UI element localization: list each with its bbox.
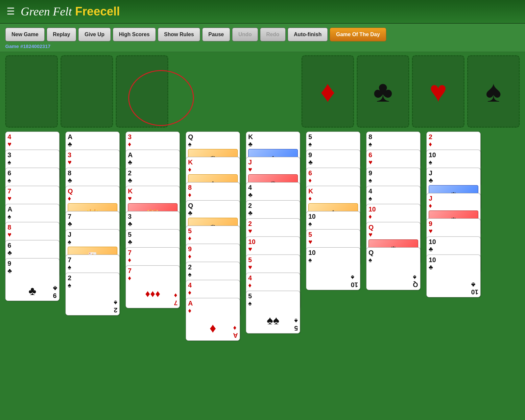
foundation-clubs[interactable]: ♣	[357, 55, 409, 128]
card[interactable]: 7♦ ♦♦♦ 7♦	[126, 265, 180, 308]
top-row: ♦ ♣ ♥ ♠	[5, 55, 520, 128]
column-8: 2♦ 10♠ J♣ ♛ J♦ ♛ 9♥ 10♣ 10♣ 10♣	[426, 132, 484, 362]
replay-button[interactable]: Replay	[47, 28, 76, 41]
new-game-button[interactable]: New Game	[5, 28, 45, 41]
game-number-value: 1824002317	[23, 43, 50, 49]
spades-suit: ♠	[486, 77, 501, 106]
column-6: 5♠ 9♣ 6♦ K♦ ♔ 10♠ 5♥ 10♠ 10♠	[306, 132, 364, 362]
column-1: 4♥ ♥♥ 3♠ 6♠ 7♥ A♠ 8♥ 6♣ 9♣ ♣	[5, 132, 63, 362]
card[interactable]: Q♠ Q♠	[366, 247, 420, 290]
column-3: 3♦ A♣ 2♣ K♥ 👑 3♣ 5♣ 7♦ 7♦ ♦♦♦	[126, 132, 183, 362]
give-up-button[interactable]: Give Up	[78, 28, 110, 41]
card[interactable]: 10♠ 10♠	[306, 247, 360, 290]
game-area: ♦ ♣ ♥ ♠ 4♥ ♥♥ 3♠ 6♠ 7♥	[0, 52, 525, 414]
logo-freecell: Freecell	[75, 5, 120, 18]
card[interactable]: 5♠ ♠♠ 5♠	[246, 291, 300, 334]
foundation-spades[interactable]: ♠	[467, 55, 520, 128]
columns: 4♥ ♥♥ 3♠ 6♠ 7♥ A♠ 8♥ 6♣ 9♣ ♣	[5, 132, 520, 362]
logo-greenfelt: Green Felt	[21, 5, 72, 18]
foundation-hearts[interactable]: ♥	[412, 55, 465, 128]
undo-button[interactable]: Undo	[232, 28, 258, 41]
pause-button[interactable]: Pause	[202, 28, 230, 41]
card[interactable]: A♦ ♦ A♦	[186, 298, 240, 341]
freecell-2[interactable]	[60, 55, 113, 128]
high-scores-button[interactable]: High Scores	[113, 28, 156, 41]
menu-icon[interactable]: ☰	[7, 7, 15, 16]
game-number: Game #1824002317	[5, 43, 520, 49]
column-2: A♣ 3♥ 8♣ Q♦ 👑 7♣ J♠ 🃏 7♠ 2♠	[65, 132, 123, 362]
auto-finish-button[interactable]: Auto-finish	[288, 28, 328, 41]
toolbar-buttons: New GameReplayGive UpHigh ScoresShow Rul…	[5, 28, 520, 41]
show-rules-button[interactable]: Show Rules	[158, 28, 200, 41]
toolbar: New GameReplayGive UpHigh ScoresShow Rul…	[0, 24, 525, 52]
hearts-suit: ♥	[429, 77, 447, 106]
diamonds-suit: ♦	[320, 77, 335, 106]
card[interactable]: 9♣ ♣ 9♣	[5, 258, 60, 301]
foundation-diamonds[interactable]: ♦	[301, 55, 354, 128]
column-4: Q♠ ♛ K♦ ♔ 8♦ Q♣ ♛ 5♦ 9♦ 2♠	[186, 132, 243, 362]
column-7: 8♠ 6♥ 9♠ 4♠ 10♦ Q♥ ♛ Q♠ Q♠	[366, 132, 424, 362]
header: ☰ Green Felt Freecell	[0, 0, 525, 24]
card[interactable]: 2♠ 2♠	[65, 273, 120, 315]
card[interactable]: 10♣ 10♣	[426, 255, 481, 297]
game-number-label: Game #	[5, 43, 23, 49]
freecell-1[interactable]	[5, 55, 58, 128]
redo-button[interactable]: Redo	[260, 28, 286, 41]
clubs-suit: ♣	[373, 77, 393, 106]
logo-container: Green Felt Freecell	[21, 5, 120, 18]
game-of-day-button[interactable]: Game Of The Day	[330, 28, 386, 41]
freecell-3[interactable]	[116, 55, 168, 128]
column-5: K♣ ♚ J♥ ♛ 4♣ 2♣ 2♥ 10♥ 5♥ 4♦	[246, 132, 303, 362]
